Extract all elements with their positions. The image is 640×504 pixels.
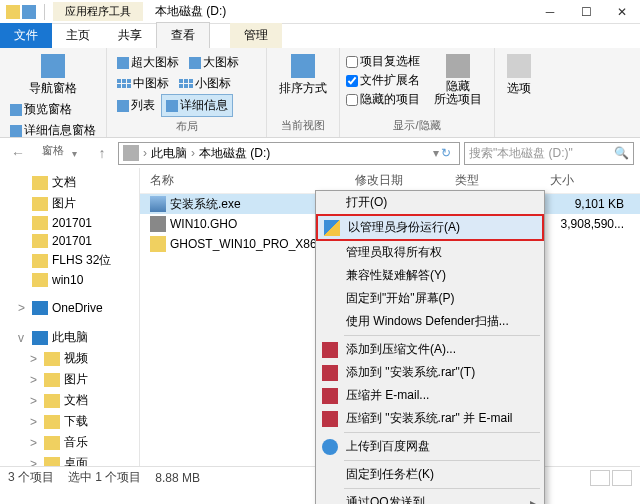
- recent-button[interactable]: ▾: [62, 141, 86, 165]
- sidebar-item[interactable]: v此电脑: [0, 327, 139, 348]
- col-type[interactable]: 类型: [455, 172, 550, 189]
- menu-item[interactable]: 通过QQ发送到▸: [316, 491, 544, 504]
- tab-share[interactable]: 共享: [104, 23, 156, 48]
- close-button[interactable]: ✕: [604, 0, 640, 24]
- menu-item[interactable]: 上传到百度网盘: [316, 435, 544, 458]
- menu-item[interactable]: 兼容性疑难解答(Y): [316, 264, 544, 287]
- sidebar-item-label: 文档: [52, 174, 76, 191]
- menu-item[interactable]: 管理员取得所有权: [316, 241, 544, 264]
- sidebar-item[interactable]: 图片: [0, 193, 139, 214]
- hidden-items-checkbox[interactable]: [346, 94, 358, 106]
- file-ext-toggle[interactable]: 文件扩展名: [346, 71, 420, 90]
- col-date[interactable]: 修改日期: [355, 172, 455, 189]
- medium-icons-button[interactable]: 中图标: [113, 73, 173, 94]
- menu-item-label: 通过QQ发送到: [346, 494, 425, 504]
- search-placeholder: 搜索"本地磁盘 (D:)": [469, 145, 573, 162]
- sidebar-item[interactable]: 文档: [0, 172, 139, 193]
- menu-item[interactable]: 使用 Windows Defender扫描...: [316, 310, 544, 333]
- gho-icon: [150, 216, 166, 232]
- details-pane-button[interactable]: 详细信息窗格: [6, 120, 100, 141]
- tab-file[interactable]: 文件: [0, 23, 52, 48]
- nav-pane-button[interactable]: 导航窗格: [6, 52, 100, 99]
- options-button[interactable]: 选项: [501, 52, 537, 99]
- sidebar-item[interactable]: FLHS 32位: [0, 250, 139, 271]
- up-button[interactable]: ↑: [90, 141, 114, 165]
- caret-icon: >: [30, 352, 40, 366]
- details-view-button[interactable]: 详细信息: [161, 94, 233, 117]
- caret-icon: >: [30, 394, 40, 408]
- menu-item[interactable]: 添加到压缩文件(A)...: [316, 338, 544, 361]
- menu-item-label: 压缩到 "安装系统.rar" 并 E-mail: [346, 410, 513, 427]
- dropdown-button[interactable]: ▾: [433, 146, 439, 160]
- minimize-button[interactable]: ─: [532, 0, 568, 24]
- sidebar-item[interactable]: >OneDrive: [0, 299, 139, 317]
- menu-item-label: 添加到 "安装系统.rar"(T): [346, 364, 475, 381]
- menu-item[interactable]: 以管理员身份运行(A): [316, 214, 544, 241]
- hide-selected-button[interactable]: 隐藏 所选项目: [428, 52, 488, 109]
- list-view-button[interactable]: 列表: [113, 95, 159, 116]
- current-view-group-label: 当前视图: [273, 116, 333, 133]
- nav-pane-label: 导航窗格: [29, 80, 77, 97]
- small-icons-button[interactable]: 小图标: [175, 73, 235, 94]
- sidebar-item-label: OneDrive: [52, 301, 103, 315]
- folder-icon: [32, 197, 48, 211]
- large-icons-button[interactable]: 大图标: [185, 52, 243, 73]
- search-icon[interactable]: 🔍: [614, 146, 629, 160]
- sidebar-item[interactable]: 201701: [0, 214, 139, 232]
- sidebar-item-label: 此电脑: [52, 329, 88, 346]
- refresh-button[interactable]: ↻: [441, 146, 451, 160]
- qat-icon[interactable]: [22, 5, 36, 19]
- menu-item-label: 固定到"开始"屏幕(P): [346, 290, 455, 307]
- folder-icon: [44, 352, 60, 366]
- sidebar-item[interactable]: >视频: [0, 348, 139, 369]
- item-checkboxes-toggle[interactable]: 项目复选框: [346, 52, 420, 71]
- rar-icon: [322, 411, 338, 427]
- menu-item[interactable]: 固定到任务栏(K): [316, 463, 544, 486]
- tab-home[interactable]: 主页: [52, 23, 104, 48]
- menu-item[interactable]: 打开(O): [316, 191, 544, 214]
- preview-pane-button[interactable]: 预览窗格: [6, 99, 100, 120]
- chevron-right-icon[interactable]: ›: [191, 146, 195, 160]
- sidebar[interactable]: 文档图片201701201701FLHS 32位win10>OneDrivev此…: [0, 168, 140, 466]
- sidebar-item-label: 201701: [52, 216, 92, 230]
- context-menu[interactable]: 打开(O)以管理员身份运行(A)管理员取得所有权兼容性疑难解答(Y)固定到"开始…: [315, 190, 545, 504]
- menu-item[interactable]: 压缩到 "安装系统.rar" 并 E-mail: [316, 407, 544, 430]
- maximize-button[interactable]: ☐: [568, 0, 604, 24]
- hidden-items-toggle[interactable]: 隐藏的项目: [346, 90, 420, 109]
- details-view-toggle[interactable]: [590, 470, 610, 486]
- menu-item[interactable]: 压缩并 E-mail...: [316, 384, 544, 407]
- sidebar-item[interactable]: >下载: [0, 411, 139, 432]
- menu-item[interactable]: 添加到 "安装系统.rar"(T): [316, 361, 544, 384]
- back-button[interactable]: ←: [6, 141, 30, 165]
- breadcrumb[interactable]: › 此电脑 › 本地磁盘 (D:) ▾ ↻: [118, 142, 460, 165]
- item-checkboxes-checkbox[interactable]: [346, 56, 358, 68]
- menu-item-label: 添加到压缩文件(A)...: [346, 341, 456, 358]
- sidebar-item[interactable]: >桌面: [0, 453, 139, 466]
- sidebar-item-label: 视频: [64, 350, 88, 367]
- col-name[interactable]: 名称: [150, 172, 355, 189]
- sidebar-item[interactable]: 201701: [0, 232, 139, 250]
- sidebar-item-label: 201701: [52, 234, 92, 248]
- thumbnails-view-toggle[interactable]: [612, 470, 632, 486]
- caret-icon: >: [30, 373, 40, 387]
- tab-view[interactable]: 查看: [156, 22, 210, 48]
- search-input[interactable]: 搜索"本地磁盘 (D:)" 🔍: [464, 142, 634, 165]
- status-items: 3 个项目: [8, 469, 54, 486]
- sidebar-item[interactable]: >音乐: [0, 432, 139, 453]
- breadcrumb-drive[interactable]: 本地磁盘 (D:): [199, 145, 270, 162]
- sidebar-item[interactable]: >图片: [0, 369, 139, 390]
- extra-large-icons-button[interactable]: 超大图标: [113, 52, 183, 73]
- sidebar-item[interactable]: >文档: [0, 390, 139, 411]
- forward-button[interactable]: →: [34, 141, 58, 165]
- col-size[interactable]: 大小: [550, 172, 640, 189]
- exe-icon: [150, 196, 166, 212]
- sidebar-item[interactable]: win10: [0, 271, 139, 289]
- preview-pane-label: 预览窗格: [24, 101, 72, 118]
- chevron-right-icon[interactable]: ›: [143, 146, 147, 160]
- options-icon: [507, 54, 531, 78]
- menu-item[interactable]: 固定到"开始"屏幕(P): [316, 287, 544, 310]
- breadcrumb-this-pc[interactable]: 此电脑: [151, 145, 187, 162]
- tab-manage[interactable]: 管理: [230, 23, 282, 48]
- file-ext-checkbox[interactable]: [346, 75, 358, 87]
- sort-by-button[interactable]: 排序方式: [273, 52, 333, 99]
